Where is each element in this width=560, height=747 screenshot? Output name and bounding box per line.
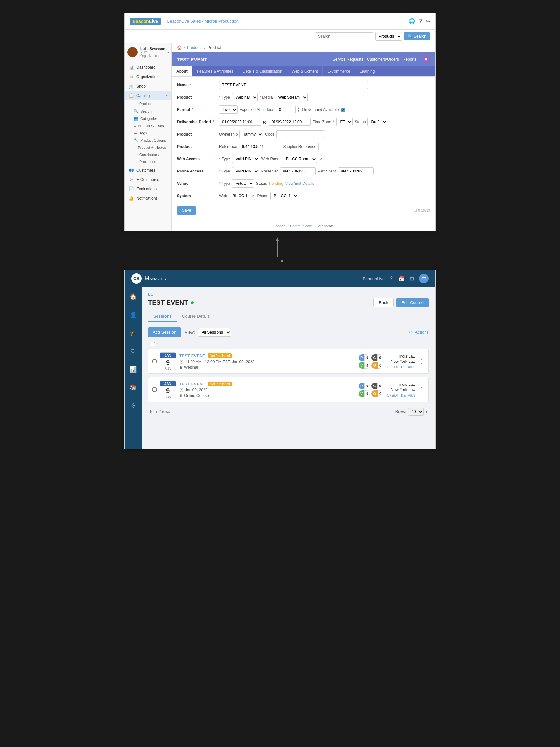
monitor-icon-2: [179, 393, 183, 398]
home-icon[interactable]: 🏠: [177, 45, 182, 50]
system-phone-select[interactable]: BL_CC_1: [270, 191, 298, 200]
sidebar-user[interactable]: Luke Swanson XBC - Organization ▾: [125, 44, 171, 61]
cb-sidebar-home[interactable]: 🏠: [127, 291, 139, 303]
sidebar-item-contributors[interactable]: → Contributors: [125, 151, 171, 158]
sidebar-item-product-classes[interactable]: ≡ Product Classes: [125, 122, 171, 129]
sidebar-item-product-options[interactable]: 🔧 Product Options: [125, 136, 171, 144]
date-from-input[interactable]: [219, 118, 261, 126]
presenter-input[interactable]: [280, 167, 316, 175]
external-link-icon[interactable]: ↗: [319, 157, 322, 161]
participant-input[interactable]: [338, 167, 374, 175]
code-input[interactable]: [276, 130, 325, 138]
tab-learning[interactable]: Learning: [355, 67, 380, 76]
date-to-input[interactable]: [269, 118, 311, 126]
dropdown-arrow-icon[interactable]: ▾: [156, 342, 158, 346]
search-input[interactable]: [315, 32, 373, 40]
cb-tab-sessions[interactable]: Sessions: [148, 311, 177, 322]
session-checkbox-1[interactable]: [152, 359, 157, 363]
tab-about[interactable]: About: [172, 67, 192, 76]
sidebar-item-ecommerce[interactable]: 🛍 E-Commerce: [125, 175, 171, 184]
cb-sidebar-user[interactable]: 👤: [127, 309, 139, 321]
session-title-2[interactable]: TEST EVENT: [179, 382, 205, 386]
sidebar-item-notifications[interactable]: 🔔 Notifications: [125, 194, 171, 203]
sidebar-item-search[interactable]: 🔍 Search: [125, 107, 171, 115]
calendar-icon-btn[interactable]: 📅: [398, 276, 404, 282]
save-button[interactable]: Save: [177, 206, 196, 215]
customers-icon: 👥: [129, 168, 134, 173]
sidebar-item-organization[interactable]: 🏛 Organization: [125, 72, 171, 81]
cb-sidebar-graduation[interactable]: 🎓: [127, 327, 139, 339]
help-icon-btn[interactable]: ?: [390, 276, 393, 281]
cb-sidebar-book[interactable]: 📚: [127, 382, 139, 393]
tab-ecommerce[interactable]: E-Commerce: [323, 67, 355, 76]
customers-orders-link[interactable]: Customers/Orders: [367, 57, 399, 61]
web-room-select[interactable]: BL-CC Room: [283, 155, 317, 163]
attendees-input[interactable]: [276, 106, 296, 113]
app-logo[interactable]: BeaconLive: [130, 18, 161, 25]
ownership-select[interactable]: Tammy: [239, 130, 263, 138]
venue-type-select[interactable]: Virtual: [232, 179, 254, 188]
timezone-select[interactable]: ET: [337, 118, 353, 126]
product-header-links: Service Requests Customers/Orders Report…: [333, 57, 417, 61]
tab-features[interactable]: Features & Attributes: [192, 67, 238, 76]
select-all-checkbox[interactable]: [151, 342, 155, 346]
cb-sidebar-chart[interactable]: 📊: [127, 363, 139, 375]
reports-link[interactable]: Reports: [403, 57, 417, 61]
grid-icon-btn[interactable]: ⊞: [410, 276, 414, 282]
cb-sidebar-settings[interactable]: ⚙: [127, 400, 139, 411]
phone-type-select[interactable]: Valid PIN: [232, 167, 259, 175]
session-title-1[interactable]: TEST EVENT: [179, 353, 205, 358]
attendees-spinner[interactable]: ▲ ▼: [297, 107, 300, 112]
product-type-select[interactable]: Webinar: [232, 93, 258, 102]
session-more-menu-1[interactable]: ⋮: [419, 358, 425, 365]
globe-icon[interactable]: 🌐: [409, 18, 415, 24]
help-icon[interactable]: ?: [419, 19, 422, 24]
sidebar-item-tags[interactable]: — Tags: [125, 129, 171, 136]
tab-details[interactable]: Details & Classification: [238, 67, 287, 76]
edit-course-button[interactable]: Edit Course: [396, 298, 429, 307]
sidebar-item-product-attributes[interactable]: ≡ Product Attributes: [125, 144, 171, 151]
add-session-button[interactable]: Add Session: [148, 328, 181, 337]
sidebar-item-evaluations[interactable]: 📄 Evaluations: [125, 184, 171, 194]
actions-button[interactable]: ⚙ Actions: [409, 330, 429, 335]
sidebar-item-customers[interactable]: 👥 Customers: [125, 165, 171, 175]
cb-content: BL TEST EVENT Back Edit Course Sessions …: [142, 287, 435, 449]
sidebar-item-dashboard[interactable]: 📊 Dashboard: [125, 62, 171, 72]
sidebar-item-shop[interactable]: 🛒 Shop: [125, 81, 171, 91]
cb-tab-course-details[interactable]: Course Details: [177, 311, 215, 322]
view-edit-details-link[interactable]: View/Edit Details: [285, 181, 314, 186]
search-button[interactable]: 🔍 Search: [404, 32, 430, 40]
view-select[interactable]: All Sessions: [198, 328, 231, 337]
sidebar-item-categories[interactable]: 👥 Categories: [125, 115, 171, 122]
product-title: TEST EVENT: [177, 57, 207, 62]
session-checkbox-2[interactable]: [152, 387, 157, 392]
beaconlive-link[interactable]: BeaconLive: [363, 276, 385, 281]
credit-details-link-2[interactable]: CREDIT DETAILS: [386, 393, 416, 397]
reference-input[interactable]: [239, 143, 281, 150]
system-web-select[interactable]: BL-CC 1: [229, 191, 255, 200]
header-menu-button[interactable]: ≡: [422, 55, 430, 63]
format-select[interactable]: Live: [219, 105, 238, 114]
cb-sidebar-shield[interactable]: 🛡: [127, 345, 139, 357]
web-type-select[interactable]: Valid PIN: [232, 155, 259, 163]
credit-details-link-1[interactable]: CREDIT DETAILS: [386, 365, 416, 369]
tab-web-content[interactable]: Web & Content: [287, 67, 323, 76]
logout-icon[interactable]: ↪: [426, 18, 430, 24]
breadcrumb-products[interactable]: Products: [187, 45, 202, 50]
session-more-menu-2[interactable]: ⋮: [419, 386, 425, 393]
clock-icon-2: [179, 388, 184, 392]
cb-avatar[interactable]: TT: [419, 274, 429, 283]
sidebar-item-processes[interactable]: → Processes: [125, 158, 171, 165]
on-demand-checkbox[interactable]: [341, 108, 345, 112]
dropdown-caret[interactable]: ▾: [426, 410, 427, 414]
name-input[interactable]: [219, 81, 368, 89]
service-requests-link[interactable]: Service Requests: [333, 57, 363, 61]
sidebar-item-catalog[interactable]: 📋 Catalog ▾: [125, 91, 171, 100]
back-button[interactable]: Back: [373, 298, 394, 307]
status-select[interactable]: Draft: [368, 118, 387, 126]
rows-per-page-select[interactable]: 10: [408, 408, 424, 416]
supplier-ref-input[interactable]: [318, 143, 367, 150]
media-select[interactable]: Web Stream: [275, 93, 308, 102]
search-scope-select[interactable]: Products: [375, 32, 402, 41]
sidebar-item-products[interactable]: — Products: [125, 100, 171, 107]
